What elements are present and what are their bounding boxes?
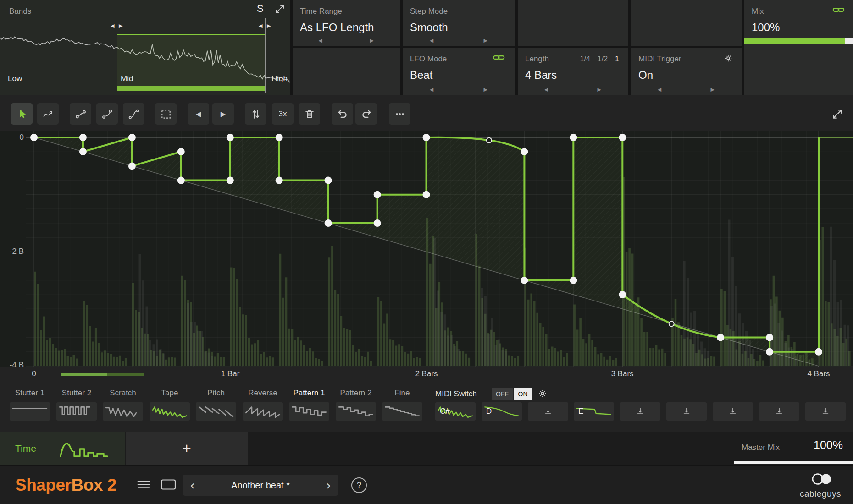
preset-browser-icon[interactable]: [161, 479, 176, 492]
lfo-curve-chart[interactable]: [0, 131, 853, 367]
wave-preset-scratch[interactable]: Scratch: [103, 388, 143, 421]
wave-thumbnail[interactable]: [289, 402, 329, 421]
midi-trigger-value[interactable]: On: [638, 69, 653, 82]
wave-thumbnail[interactable]: [56, 402, 97, 421]
band-label-high[interactable]: High: [271, 74, 288, 83]
midi-note-slot-empty[interactable]: [528, 402, 568, 421]
band-label-low[interactable]: Low: [8, 74, 22, 83]
midi-note-slot-empty[interactable]: [713, 402, 753, 421]
band-split-handle-mid-high[interactable]: ◀ ▶: [265, 18, 266, 93]
midi-note-slot-csharp[interactable]: C#: [435, 402, 476, 421]
lfo-mode-value[interactable]: Beat: [410, 69, 432, 82]
mix-slider[interactable]: [744, 38, 845, 44]
delete-button[interactable]: [299, 103, 320, 125]
curve-node[interactable]: [177, 177, 185, 184]
wave-preset-pattern-2[interactable]: Pattern 2: [336, 388, 376, 421]
curve-node[interactable]: [570, 277, 577, 284]
curve-node[interactable]: [717, 334, 724, 341]
wave-thumbnail[interactable]: [243, 402, 283, 421]
master-mix-value[interactable]: 100%: [814, 438, 843, 452]
curve-node[interactable]: [227, 177, 234, 184]
midi-note-slot-empty[interactable]: [666, 402, 707, 421]
length-quick-half[interactable]: 1/2: [598, 55, 608, 63]
next-arrow-icon[interactable]: ▶: [370, 38, 373, 44]
wave-preset-pitch[interactable]: Pitch: [196, 388, 236, 421]
flip-vertical-button[interactable]: [245, 103, 266, 125]
wave-thumbnail[interactable]: [10, 402, 50, 421]
curve-node[interactable]: [374, 191, 381, 198]
redo-button[interactable]: [355, 103, 377, 125]
curve-node[interactable]: [276, 177, 283, 184]
curve-node[interactable]: [128, 134, 136, 141]
solo-button[interactable]: S: [257, 3, 264, 15]
preset-name[interactable]: Another beat *: [231, 480, 290, 491]
link-icon[interactable]: [493, 54, 505, 63]
curve-node[interactable]: [177, 148, 185, 155]
wave-preset-tape[interactable]: Tape: [150, 388, 190, 421]
length-quick-one[interactable]: 1: [615, 55, 619, 63]
step-mode-value[interactable]: Smooth: [410, 21, 448, 34]
next-arrow-icon[interactable]: ▶: [711, 87, 715, 93]
next-arrow-icon[interactable]: ▶: [483, 38, 487, 44]
bands-panel[interactable]: Bands S ◀ ▶ ◀ ▶ Low Mid High: [0, 0, 290, 95]
wave-preset-fine[interactable]: Fine: [382, 388, 422, 421]
prev-arrow-icon[interactable]: ◀: [318, 38, 322, 44]
band-mid-level-bar[interactable]: [117, 86, 265, 91]
help-icon[interactable]: ?: [351, 477, 367, 493]
curve-node[interactable]: [227, 134, 234, 141]
line-tool-button[interactable]: [70, 103, 91, 125]
wave-preset-pattern-1[interactable]: Pattern 1: [289, 388, 329, 421]
midi-note-slot-e[interactable]: E: [574, 402, 614, 421]
shift-left-button[interactable]: ◀: [188, 103, 209, 125]
curve-node[interactable]: [570, 134, 577, 141]
lane-tab-time[interactable]: Time: [0, 432, 125, 465]
prev-arrow-icon[interactable]: ◀: [544, 87, 548, 93]
next-preset-button[interactable]: ›: [326, 478, 331, 493]
curve-midpoint-handle[interactable]: [487, 138, 492, 143]
curve-node[interactable]: [766, 348, 773, 356]
curve-node[interactable]: [619, 291, 626, 298]
midi-note-slot-empty[interactable]: [620, 402, 660, 421]
previous-preset-button[interactable]: ‹: [190, 478, 195, 493]
wave-thumbnail[interactable]: [382, 402, 422, 421]
length-value[interactable]: 4 Bars: [525, 69, 557, 82]
curve-node[interactable]: [30, 134, 38, 141]
curve-tool-button[interactable]: [96, 103, 118, 125]
fullscreen-icon[interactable]: [826, 103, 848, 125]
expand-icon[interactable]: [274, 4, 285, 16]
shift-right-button[interactable]: ▶: [212, 103, 234, 125]
midi-note-slot-d[interactable]: D: [482, 402, 522, 421]
curve-node[interactable]: [766, 334, 773, 341]
time-range-value[interactable]: As LFO Length: [300, 21, 374, 34]
curve-node[interactable]: [325, 177, 332, 184]
band-label-mid[interactable]: Mid: [121, 74, 133, 83]
pointer-tool-button[interactable]: [11, 103, 33, 125]
prev-arrow-icon[interactable]: ◀: [658, 87, 661, 93]
more-options-button[interactable]: [389, 103, 410, 125]
curve-node[interactable]: [325, 219, 332, 227]
wave-thumbnail[interactable]: [196, 402, 236, 421]
menu-icon[interactable]: [137, 480, 150, 491]
band-mid-region[interactable]: [117, 34, 265, 86]
midi-switch-on-button[interactable]: ON: [514, 388, 532, 400]
curve-node[interactable]: [79, 134, 87, 141]
master-mix-slider[interactable]: [734, 461, 853, 464]
wave-preset-reverse[interactable]: Reverse: [243, 388, 283, 421]
add-lane-button[interactable]: +: [126, 432, 248, 465]
draw-tool-button[interactable]: [37, 103, 59, 125]
marquee-select-button[interactable]: [155, 103, 177, 125]
gear-icon[interactable]: [537, 389, 548, 400]
next-arrow-icon[interactable]: ▶: [598, 87, 601, 93]
curve-node[interactable]: [521, 277, 528, 284]
link-icon[interactable]: [832, 6, 845, 15]
wave-thumbnail[interactable]: [150, 402, 190, 421]
curve-node[interactable]: [619, 134, 626, 141]
s-curve-tool-button[interactable]: [123, 103, 144, 125]
curve-node[interactable]: [128, 162, 136, 170]
gear-icon[interactable]: [723, 53, 733, 65]
wave-preset-stutter-2[interactable]: Stutter 2: [56, 388, 97, 421]
next-arrow-icon[interactable]: ▶: [483, 87, 487, 93]
wave-thumbnail[interactable]: [103, 402, 143, 421]
band-split-handle-low-mid[interactable]: ◀ ▶: [117, 18, 117, 93]
midi-note-slot-empty[interactable]: [805, 402, 846, 421]
